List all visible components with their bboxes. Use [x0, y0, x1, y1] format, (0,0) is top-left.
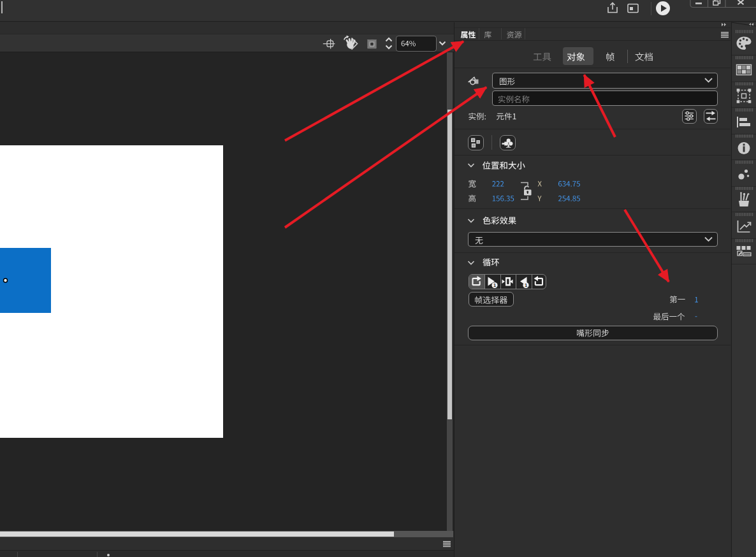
svg-text:1: 1 [493, 282, 496, 288]
svg-text:1: 1 [525, 282, 527, 288]
